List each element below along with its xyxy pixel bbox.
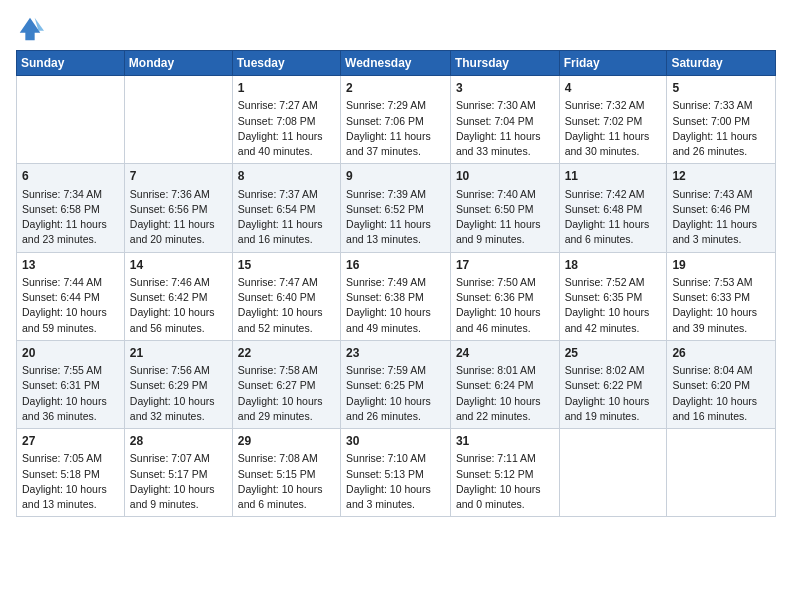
day-info: Sunrise: 7:55 AM Sunset: 6:31 PM Dayligh… bbox=[22, 363, 119, 424]
calendar-cell: 25Sunrise: 8:02 AM Sunset: 6:22 PM Dayli… bbox=[559, 340, 667, 428]
day-number: 18 bbox=[565, 257, 662, 274]
day-info: Sunrise: 7:52 AM Sunset: 6:35 PM Dayligh… bbox=[565, 275, 662, 336]
day-info: Sunrise: 7:58 AM Sunset: 6:27 PM Dayligh… bbox=[238, 363, 335, 424]
calendar-cell: 8Sunrise: 7:37 AM Sunset: 6:54 PM Daylig… bbox=[232, 164, 340, 252]
calendar-cell: 23Sunrise: 7:59 AM Sunset: 6:25 PM Dayli… bbox=[341, 340, 451, 428]
day-number: 2 bbox=[346, 80, 445, 97]
calendar-cell: 28Sunrise: 7:07 AM Sunset: 5:17 PM Dayli… bbox=[124, 429, 232, 517]
calendar-cell: 27Sunrise: 7:05 AM Sunset: 5:18 PM Dayli… bbox=[17, 429, 125, 517]
calendar-cell: 29Sunrise: 7:08 AM Sunset: 5:15 PM Dayli… bbox=[232, 429, 340, 517]
day-info: Sunrise: 7:33 AM Sunset: 7:00 PM Dayligh… bbox=[672, 98, 770, 159]
day-info: Sunrise: 7:08 AM Sunset: 5:15 PM Dayligh… bbox=[238, 451, 335, 512]
day-number: 9 bbox=[346, 168, 445, 185]
calendar-cell: 2Sunrise: 7:29 AM Sunset: 7:06 PM Daylig… bbox=[341, 76, 451, 164]
calendar-cell bbox=[559, 429, 667, 517]
day-info: Sunrise: 7:44 AM Sunset: 6:44 PM Dayligh… bbox=[22, 275, 119, 336]
col-header-wednesday: Wednesday bbox=[341, 51, 451, 76]
day-info: Sunrise: 7:56 AM Sunset: 6:29 PM Dayligh… bbox=[130, 363, 227, 424]
calendar-cell: 15Sunrise: 7:47 AM Sunset: 6:40 PM Dayli… bbox=[232, 252, 340, 340]
day-number: 4 bbox=[565, 80, 662, 97]
day-number: 29 bbox=[238, 433, 335, 450]
logo bbox=[16, 14, 46, 42]
day-number: 22 bbox=[238, 345, 335, 362]
day-number: 23 bbox=[346, 345, 445, 362]
col-header-thursday: Thursday bbox=[450, 51, 559, 76]
calendar-cell: 22Sunrise: 7:58 AM Sunset: 6:27 PM Dayli… bbox=[232, 340, 340, 428]
calendar-table: SundayMondayTuesdayWednesdayThursdayFrid… bbox=[16, 50, 776, 517]
calendar-cell: 20Sunrise: 7:55 AM Sunset: 6:31 PM Dayli… bbox=[17, 340, 125, 428]
calendar-cell: 3Sunrise: 7:30 AM Sunset: 7:04 PM Daylig… bbox=[450, 76, 559, 164]
day-number: 8 bbox=[238, 168, 335, 185]
day-number: 20 bbox=[22, 345, 119, 362]
calendar-cell: 11Sunrise: 7:42 AM Sunset: 6:48 PM Dayli… bbox=[559, 164, 667, 252]
day-info: Sunrise: 8:01 AM Sunset: 6:24 PM Dayligh… bbox=[456, 363, 554, 424]
col-header-saturday: Saturday bbox=[667, 51, 776, 76]
day-info: Sunrise: 7:37 AM Sunset: 6:54 PM Dayligh… bbox=[238, 187, 335, 248]
calendar-cell: 12Sunrise: 7:43 AM Sunset: 6:46 PM Dayli… bbox=[667, 164, 776, 252]
calendar-cell: 13Sunrise: 7:44 AM Sunset: 6:44 PM Dayli… bbox=[17, 252, 125, 340]
day-info: Sunrise: 7:59 AM Sunset: 6:25 PM Dayligh… bbox=[346, 363, 445, 424]
day-info: Sunrise: 7:07 AM Sunset: 5:17 PM Dayligh… bbox=[130, 451, 227, 512]
day-info: Sunrise: 7:05 AM Sunset: 5:18 PM Dayligh… bbox=[22, 451, 119, 512]
day-info: Sunrise: 7:46 AM Sunset: 6:42 PM Dayligh… bbox=[130, 275, 227, 336]
calendar-cell: 1Sunrise: 7:27 AM Sunset: 7:08 PM Daylig… bbox=[232, 76, 340, 164]
col-header-friday: Friday bbox=[559, 51, 667, 76]
calendar-cell: 4Sunrise: 7:32 AM Sunset: 7:02 PM Daylig… bbox=[559, 76, 667, 164]
day-number: 31 bbox=[456, 433, 554, 450]
day-info: Sunrise: 7:49 AM Sunset: 6:38 PM Dayligh… bbox=[346, 275, 445, 336]
calendar-cell: 5Sunrise: 7:33 AM Sunset: 7:00 PM Daylig… bbox=[667, 76, 776, 164]
day-info: Sunrise: 7:53 AM Sunset: 6:33 PM Dayligh… bbox=[672, 275, 770, 336]
day-info: Sunrise: 7:50 AM Sunset: 6:36 PM Dayligh… bbox=[456, 275, 554, 336]
day-info: Sunrise: 7:34 AM Sunset: 6:58 PM Dayligh… bbox=[22, 187, 119, 248]
day-number: 10 bbox=[456, 168, 554, 185]
day-info: Sunrise: 7:10 AM Sunset: 5:13 PM Dayligh… bbox=[346, 451, 445, 512]
calendar-cell bbox=[667, 429, 776, 517]
day-info: Sunrise: 7:42 AM Sunset: 6:48 PM Dayligh… bbox=[565, 187, 662, 248]
day-number: 6 bbox=[22, 168, 119, 185]
calendar-cell: 26Sunrise: 8:04 AM Sunset: 6:20 PM Dayli… bbox=[667, 340, 776, 428]
day-number: 15 bbox=[238, 257, 335, 274]
day-info: Sunrise: 7:47 AM Sunset: 6:40 PM Dayligh… bbox=[238, 275, 335, 336]
header bbox=[16, 10, 776, 42]
day-info: Sunrise: 7:40 AM Sunset: 6:50 PM Dayligh… bbox=[456, 187, 554, 248]
day-number: 14 bbox=[130, 257, 227, 274]
day-number: 17 bbox=[456, 257, 554, 274]
day-number: 13 bbox=[22, 257, 119, 274]
day-number: 12 bbox=[672, 168, 770, 185]
day-number: 5 bbox=[672, 80, 770, 97]
calendar-cell: 10Sunrise: 7:40 AM Sunset: 6:50 PM Dayli… bbox=[450, 164, 559, 252]
day-info: Sunrise: 7:36 AM Sunset: 6:56 PM Dayligh… bbox=[130, 187, 227, 248]
day-info: Sunrise: 7:32 AM Sunset: 7:02 PM Dayligh… bbox=[565, 98, 662, 159]
day-info: Sunrise: 7:27 AM Sunset: 7:08 PM Dayligh… bbox=[238, 98, 335, 159]
calendar-cell: 16Sunrise: 7:49 AM Sunset: 6:38 PM Dayli… bbox=[341, 252, 451, 340]
day-number: 3 bbox=[456, 80, 554, 97]
day-info: Sunrise: 7:11 AM Sunset: 5:12 PM Dayligh… bbox=[456, 451, 554, 512]
day-info: Sunrise: 7:39 AM Sunset: 6:52 PM Dayligh… bbox=[346, 187, 445, 248]
day-info: Sunrise: 7:43 AM Sunset: 6:46 PM Dayligh… bbox=[672, 187, 770, 248]
calendar-cell: 18Sunrise: 7:52 AM Sunset: 6:35 PM Dayli… bbox=[559, 252, 667, 340]
calendar-cell: 7Sunrise: 7:36 AM Sunset: 6:56 PM Daylig… bbox=[124, 164, 232, 252]
day-number: 25 bbox=[565, 345, 662, 362]
logo-icon bbox=[16, 14, 44, 42]
calendar-cell: 19Sunrise: 7:53 AM Sunset: 6:33 PM Dayli… bbox=[667, 252, 776, 340]
day-number: 1 bbox=[238, 80, 335, 97]
calendar-cell: 21Sunrise: 7:56 AM Sunset: 6:29 PM Dayli… bbox=[124, 340, 232, 428]
day-number: 27 bbox=[22, 433, 119, 450]
day-number: 7 bbox=[130, 168, 227, 185]
day-number: 21 bbox=[130, 345, 227, 362]
calendar-cell: 31Sunrise: 7:11 AM Sunset: 5:12 PM Dayli… bbox=[450, 429, 559, 517]
day-number: 19 bbox=[672, 257, 770, 274]
col-header-monday: Monday bbox=[124, 51, 232, 76]
col-header-tuesday: Tuesday bbox=[232, 51, 340, 76]
day-number: 24 bbox=[456, 345, 554, 362]
calendar-cell: 9Sunrise: 7:39 AM Sunset: 6:52 PM Daylig… bbox=[341, 164, 451, 252]
day-info: Sunrise: 8:04 AM Sunset: 6:20 PM Dayligh… bbox=[672, 363, 770, 424]
calendar-cell: 30Sunrise: 7:10 AM Sunset: 5:13 PM Dayli… bbox=[341, 429, 451, 517]
calendar-cell: 17Sunrise: 7:50 AM Sunset: 6:36 PM Dayli… bbox=[450, 252, 559, 340]
day-number: 26 bbox=[672, 345, 770, 362]
calendar-cell: 6Sunrise: 7:34 AM Sunset: 6:58 PM Daylig… bbox=[17, 164, 125, 252]
calendar-cell bbox=[124, 76, 232, 164]
day-number: 30 bbox=[346, 433, 445, 450]
day-info: Sunrise: 7:30 AM Sunset: 7:04 PM Dayligh… bbox=[456, 98, 554, 159]
calendar-cell: 24Sunrise: 8:01 AM Sunset: 6:24 PM Dayli… bbox=[450, 340, 559, 428]
